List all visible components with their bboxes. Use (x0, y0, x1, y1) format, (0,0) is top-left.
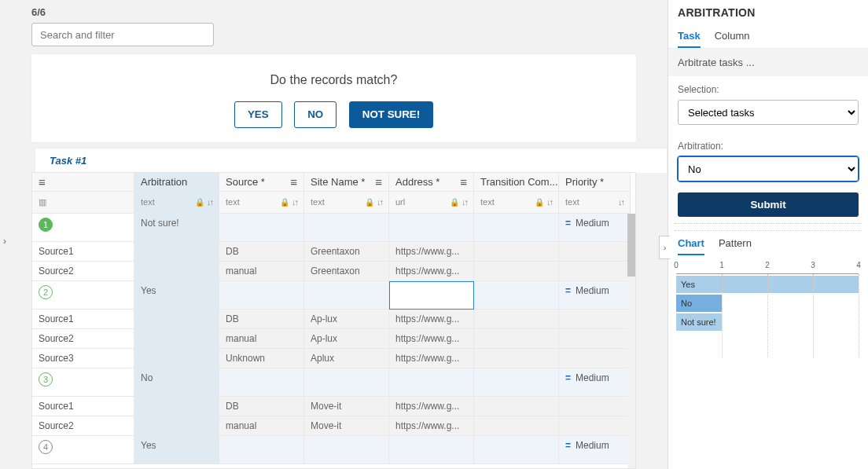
task-row-cell[interactable] (219, 368, 304, 397)
task-row-cell[interactable] (389, 281, 474, 310)
chart-bar-yes[interactable]: Yes (676, 276, 859, 293)
source-row-cell[interactable] (474, 262, 559, 281)
source-row-cell[interactable]: https://www.g... (389, 397, 474, 416)
tab-task[interactable]: Task (678, 25, 701, 48)
resize-handle[interactable] (675, 223, 862, 231)
source-row-cell[interactable] (474, 416, 559, 436)
task-row-cell[interactable] (304, 368, 389, 397)
col-header-0[interactable]: ≡ (32, 173, 134, 192)
task-row-cell[interactable] (389, 368, 474, 397)
submit-button[interactable]: Submit (678, 192, 859, 217)
col-subheader-5[interactable]: text🔒 ↓↑ (474, 192, 559, 214)
table-scrollbar[interactable] (627, 214, 635, 468)
source-label[interactable]: Source2 (32, 416, 134, 436)
source-row-cell[interactable]: manual (219, 262, 304, 281)
task-row-cell[interactable] (474, 281, 559, 310)
priority-cell[interactable]: =Medium (559, 214, 631, 242)
task-number-badge[interactable]: 4 (32, 436, 134, 464)
arbitration-value-cell[interactable]: Yes (134, 281, 219, 310)
source-row-cell[interactable]: DB (219, 397, 304, 416)
col-subheader-4[interactable]: url🔒 ↓↑ (389, 192, 474, 214)
source-row-cell[interactable]: https://www.g... (389, 262, 474, 281)
task-row-cell[interactable] (219, 436, 304, 464)
search-input[interactable] (31, 23, 214, 46)
col-subheader-1[interactable]: text🔒 ↓↑ (134, 192, 219, 214)
task-row-cell[interactable] (474, 436, 559, 464)
task-row-cell[interactable] (219, 214, 304, 242)
source-row-cell[interactable] (134, 242, 219, 262)
source-row-cell[interactable]: https://www.g... (389, 349, 474, 368)
source-row-cell[interactable] (474, 242, 559, 262)
col-header-3[interactable]: Site Name *≡ (304, 173, 389, 192)
source-row-cell[interactable] (134, 397, 219, 416)
source-row-cell[interactable]: manual (219, 329, 304, 349)
task-row-cell[interactable] (304, 281, 389, 310)
source-row-cell[interactable]: https://www.g... (389, 242, 474, 262)
source-row-cell[interactable] (559, 262, 631, 281)
source-row-cell[interactable]: Greentaxon (304, 262, 389, 281)
source-label[interactable]: Source1 (32, 397, 134, 416)
source-row-cell[interactable]: DB (219, 310, 304, 329)
source-row-cell[interactable] (559, 242, 631, 262)
source-row-cell[interactable] (474, 310, 559, 329)
col-subheader-3[interactable]: text🔒 ↓↑ (304, 192, 389, 214)
source-row-cell[interactable]: Unknown (219, 349, 304, 368)
source-row-cell[interactable]: Ap-lux (304, 329, 389, 349)
task-number-badge[interactable]: 2 (32, 281, 134, 310)
col-subheader-2[interactable]: text🔒 ↓↑ (219, 192, 304, 214)
task-row-cell[interactable] (304, 214, 389, 242)
task-number-badge[interactable]: 3 (32, 368, 134, 397)
arbitration-select[interactable]: No (678, 156, 859, 181)
source-row-cell[interactable] (134, 310, 219, 329)
col-header-2[interactable]: Source *≡ (219, 173, 304, 192)
source-row-cell[interactable]: Move-it (304, 397, 389, 416)
priority-cell[interactable]: =Medium (559, 368, 631, 397)
arbitration-value-cell[interactable]: Not sure! (134, 214, 219, 242)
source-label[interactable]: Source1 (32, 242, 134, 262)
task-number-badge[interactable]: 1 (32, 214, 134, 242)
col-header-5[interactable]: Transition Com... (474, 173, 559, 192)
source-row-cell[interactable]: Greentaxon (304, 242, 389, 262)
priority-cell[interactable]: =Medium (559, 436, 631, 464)
task-tab[interactable]: Task #1 (35, 148, 668, 173)
source-row-cell[interactable]: https://www.g... (389, 329, 474, 349)
not-sure-button[interactable]: NOT SURE! (349, 101, 433, 128)
col-header-1[interactable]: Arbitration (134, 173, 219, 192)
yes-button[interactable]: YES (234, 101, 282, 128)
col-subheader-0[interactable]: ▥ (32, 192, 134, 214)
source-row-cell[interactable]: Move-it (304, 416, 389, 436)
source-row-cell[interactable] (559, 416, 631, 436)
source-row-cell[interactable] (559, 397, 631, 416)
source-row-cell[interactable] (559, 349, 631, 368)
no-button[interactable]: NO (294, 101, 337, 128)
task-row-cell[interactable] (474, 368, 559, 397)
source-row-cell[interactable]: https://www.g... (389, 310, 474, 329)
source-row-cell[interactable] (474, 349, 559, 368)
source-row-cell[interactable]: DB (219, 242, 304, 262)
task-row-cell[interactable] (389, 436, 474, 464)
chart-bar-notsure[interactable]: Not sure! (676, 313, 722, 331)
tab-chart[interactable]: Chart (678, 233, 704, 255)
source-row-cell[interactable] (134, 416, 219, 436)
source-row-cell[interactable]: https://www.g... (389, 416, 474, 436)
col-header-6[interactable]: Priority * (559, 173, 631, 192)
source-row-cell[interactable] (559, 329, 631, 349)
selection-select[interactable]: Selected tasks (678, 100, 859, 125)
source-row-cell[interactable] (134, 349, 219, 368)
task-row-cell[interactable] (304, 436, 389, 464)
task-row-cell[interactable] (389, 214, 474, 242)
source-label[interactable]: Source2 (32, 262, 134, 281)
task-row-cell[interactable] (474, 214, 559, 242)
source-row-cell[interactable]: manual (219, 416, 304, 436)
source-row-cell[interactable] (474, 329, 559, 349)
source-label[interactable]: Source1 (32, 310, 134, 329)
priority-cell[interactable]: =Medium (559, 281, 631, 310)
expand-left-icon[interactable]: › (0, 236, 9, 247)
tab-column[interactable]: Column (715, 25, 750, 48)
col-header-4[interactable]: Address *≡ (389, 173, 474, 192)
source-row-cell[interactable] (474, 397, 559, 416)
source-row-cell[interactable] (134, 262, 219, 281)
col-subheader-6[interactable]: text↓↑ (559, 192, 631, 214)
source-label[interactable]: Source2 (32, 329, 134, 349)
source-row-cell[interactable]: Ap-lux (304, 310, 389, 329)
